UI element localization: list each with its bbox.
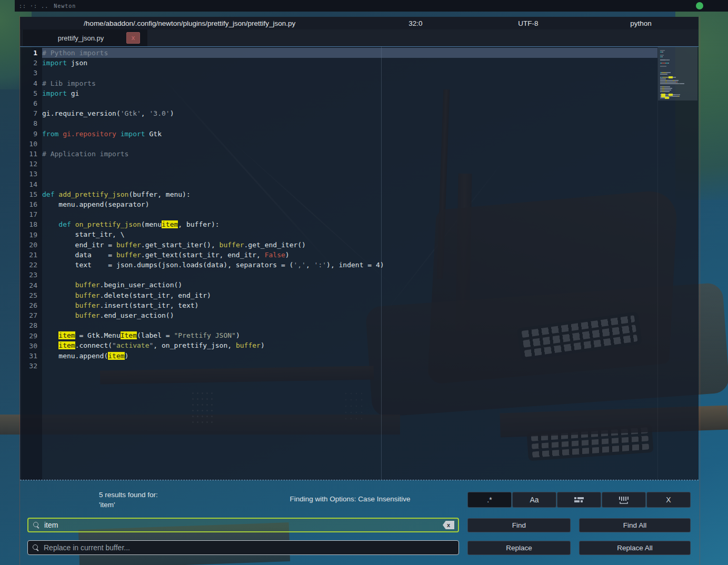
tab-prettify-json[interactable]: prettify_json.py x — [21, 29, 147, 46]
line-number: 3 — [21, 68, 37, 78]
tab-close-button[interactable]: x — [126, 32, 140, 44]
results-term: 'item' — [99, 500, 158, 510]
code-line[interactable]: end_itr = buffer.get_start_iter(), buffe… — [42, 240, 657, 250]
results-count: 5 results found for: — [99, 490, 158, 500]
code-line[interactable] — [42, 179, 657, 189]
code-line[interactable] — [42, 320, 657, 330]
code-line[interactable] — [42, 270, 657, 280]
replace-input-placeholder: Replace in current buffer... — [44, 543, 130, 552]
line-number: 10 — [21, 139, 37, 149]
code-line[interactable]: menu.append(item) — [42, 351, 657, 361]
line-number: 2 — [21, 58, 37, 68]
code-line[interactable] — [42, 159, 657, 169]
code-line[interactable] — [42, 139, 657, 149]
cursor-position: 32:0 — [360, 19, 472, 27]
line-number: 18 — [21, 219, 37, 229]
window-title: Newton — [54, 3, 76, 9]
code-line[interactable]: data = buffer.get_text(start_itr, end_it… — [42, 250, 657, 260]
statusbar: /home/abaddon/.config/newton/plugins/pre… — [20, 17, 699, 29]
code-line[interactable]: def add_prettify_json(buffer, menu): — [42, 189, 657, 199]
selection-lines-icon — [574, 496, 584, 503]
line-number-gutter: 1234567891011121314151617181920212223242… — [21, 48, 42, 480]
search-icon — [33, 522, 40, 529]
code-area[interactable]: # Python importsimport json# Lib imports… — [42, 48, 657, 371]
line-number: 8 — [21, 118, 37, 128]
line-number: 1 — [21, 48, 37, 58]
regex-toggle-button[interactable]: .* — [467, 492, 512, 508]
code-line[interactable]: import gi — [42, 88, 657, 98]
close-find-panel-button[interactable]: X — [646, 492, 691, 508]
line-number: 19 — [21, 230, 37, 240]
replace-all-button[interactable]: Replace All — [579, 541, 691, 555]
line-number: 27 — [21, 310, 37, 320]
code-line[interactable] — [42, 118, 657, 128]
whole-word-toggle-button[interactable] — [602, 492, 646, 508]
line-number: 20 — [21, 240, 37, 250]
line-number: 12 — [21, 159, 37, 169]
line-number: 31 — [21, 351, 37, 361]
whole-word-icon — [618, 496, 630, 504]
replace-button[interactable]: Replace — [467, 541, 571, 555]
line-number: 17 — [21, 209, 37, 219]
line-number: 21 — [21, 250, 37, 260]
code-line[interactable] — [42, 169, 657, 179]
encoding-indicator: UTF-8 — [472, 19, 584, 27]
code-line[interactable]: start_itr, \ — [42, 229, 657, 239]
replace-input[interactable]: Replace in current buffer... — [27, 540, 459, 555]
find-options-status: Finding with Options: Case Insensitive — [211, 495, 490, 503]
file-path: /home/abaddon/.config/newton/plugins/pre… — [20, 19, 360, 27]
line-number: 14 — [21, 179, 37, 189]
titlebar: :: ·: .. Newton — [15, 0, 728, 12]
code-line[interactable] — [42, 68, 657, 78]
find-button[interactable]: Find — [467, 518, 571, 532]
code-editor[interactable]: 1234567891011121314151617181920212223242… — [20, 46, 699, 480]
code-line[interactable]: def on_prettify_json(menuitem, buffer): — [42, 219, 657, 229]
line-number: 15 — [21, 189, 37, 199]
code-line[interactable]: item.connect("activate", on_prettify_jso… — [42, 340, 657, 350]
line-number: 16 — [21, 199, 37, 209]
line-number: 13 — [21, 169, 37, 179]
line-number: 6 — [21, 98, 37, 108]
code-line[interactable]: buffer.end_user_action() — [42, 310, 657, 320]
search-input[interactable]: item x — [27, 518, 459, 532]
line-number: 26 — [21, 300, 37, 310]
code-line[interactable]: menu.append(separator) — [42, 199, 657, 209]
line-number: 28 — [21, 320, 37, 330]
code-line[interactable] — [42, 361, 657, 371]
workspace-indicator[interactable]: :: ·: .. — [19, 3, 48, 9]
code-line[interactable]: buffer.insert(start_itr, text) — [42, 300, 657, 310]
code-line[interactable]: buffer.begin_user_action() — [42, 280, 657, 290]
code-line[interactable] — [42, 98, 657, 108]
search-input-value: item — [44, 521, 58, 529]
line-number: 11 — [21, 149, 37, 159]
line-number: 22 — [21, 260, 37, 270]
line-number: 29 — [21, 331, 37, 341]
line-number: 24 — [21, 280, 37, 290]
code-line[interactable]: # Python imports — [42, 48, 657, 58]
case-sensitive-toggle-button[interactable]: Aa — [512, 492, 556, 508]
line-number: 7 — [21, 108, 37, 118]
code-line[interactable]: buffer.delete(start_itr, end_itr) — [42, 290, 657, 300]
line-number: 23 — [21, 270, 37, 280]
code-line[interactable]: import json — [42, 58, 657, 68]
search-results-info: 5 results found for: 'item' — [99, 490, 158, 510]
line-number: 25 — [21, 290, 37, 300]
code-line[interactable]: item = Gtk.MenuItem(label = "Prettify JS… — [42, 330, 657, 340]
code-line[interactable]: # Application imports — [42, 149, 657, 159]
minimap[interactable] — [657, 47, 697, 480]
language-indicator: python — [584, 19, 697, 27]
tab-bar: prettify_json.py x — [20, 29, 699, 46]
code-line[interactable]: # Lib imports — [42, 78, 657, 88]
line-number: 4 — [21, 78, 37, 88]
tab-label: prettify_json.py — [22, 34, 126, 42]
line-number: 32 — [21, 361, 37, 371]
code-line[interactable]: gi.require_version('Gtk', '3.0') — [42, 108, 657, 118]
code-line[interactable]: from gi.repository import Gtk — [42, 129, 657, 139]
code-line[interactable]: text = json.dumps(json.loads(data), sepa… — [42, 260, 657, 270]
line-number: 5 — [21, 88, 37, 98]
clear-search-icon[interactable]: x — [443, 521, 454, 529]
find-all-button[interactable]: Find All — [579, 518, 691, 532]
code-line[interactable] — [42, 209, 657, 219]
status-dot-icon[interactable] — [696, 2, 703, 9]
highlight-matches-toggle-button[interactable] — [557, 492, 601, 508]
